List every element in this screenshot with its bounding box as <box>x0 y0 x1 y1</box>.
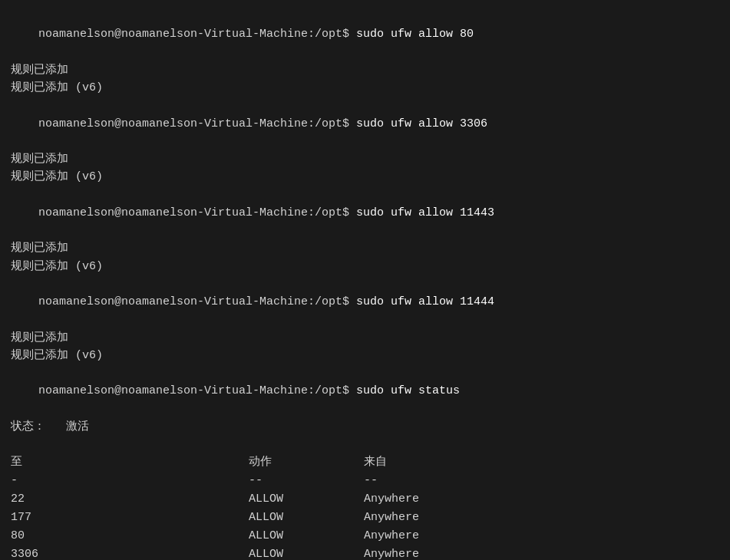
sep-to: - <box>11 472 249 490</box>
prompt-2: noamanelson@noamanelson-Virtual-Machine:… <box>38 117 356 130</box>
header-to: 至 <box>11 453 249 472</box>
cmd-line-2: noamanelson@noamanelson-Virtual-Machine:… <box>11 97 719 150</box>
output-4b: 规则已添加 (v6) <box>11 347 719 364</box>
cmd-line-5: noamanelson@noamanelson-Virtual-Machine:… <box>11 364 719 418</box>
row-from: Anywhere <box>364 527 419 545</box>
table-header: 至 动作 来自 <box>11 453 719 472</box>
cmd-line-1: noamanelson@noamanelson-Virtual-Machine:… <box>11 8 719 61</box>
header-action: 动作 <box>249 453 364 472</box>
row-action: ALLOW <box>249 490 364 509</box>
table-row: 22 ALLOW Anywhere <box>11 490 719 509</box>
sep-action: -- <box>249 472 364 490</box>
row-from: Anywhere <box>364 545 419 560</box>
row-from: Anywhere <box>364 509 419 527</box>
output-4a: 规则已添加 <box>11 329 719 347</box>
table-row: 3306 ALLOW Anywhere <box>11 545 719 560</box>
command-2: sudo ufw allow 3306 <box>356 117 487 130</box>
row-action: ALLOW <box>249 509 364 527</box>
table-separator: - -- -- <box>11 472 719 490</box>
row-action: ALLOW <box>249 527 364 545</box>
row-from: Anywhere <box>364 490 419 509</box>
table-row: 177 ALLOW Anywhere <box>11 509 719 527</box>
cmd-line-4: noamanelson@noamanelson-Virtual-Machine:… <box>11 275 719 329</box>
row-to: 22 <box>11 490 249 509</box>
output-1b: 规则已添加 (v6) <box>11 79 719 97</box>
row-action: ALLOW <box>249 545 364 560</box>
command-1: sudo ufw allow 80 <box>356 28 474 41</box>
output-3a: 规则已添加 <box>11 239 719 257</box>
output-1a: 规则已添加 <box>11 61 719 79</box>
table-row: 80 ALLOW Anywhere <box>11 527 719 545</box>
command-4: sudo ufw allow 11444 <box>356 295 494 308</box>
command-3: sudo ufw allow 11443 <box>356 206 494 219</box>
output-3b: 规则已添加 (v6) <box>11 258 719 275</box>
header-from: 来自 <box>364 453 387 472</box>
row-to: 80 <box>11 527 249 545</box>
prompt-3: noamanelson@noamanelson-Virtual-Machine:… <box>38 206 356 219</box>
sep-from: -- <box>364 472 378 490</box>
status-output: 状态： 激活 <box>11 418 719 436</box>
cmd-line-3: noamanelson@noamanelson-Virtual-Machine:… <box>11 186 719 240</box>
prompt-5: noamanelson@noamanelson-Virtual-Machine:… <box>38 384 356 397</box>
command-5: sudo ufw status <box>356 384 460 397</box>
prompt-4: noamanelson@noamanelson-Virtual-Machine:… <box>38 295 356 308</box>
prompt-1: noamanelson@noamanelson-Virtual-Machine:… <box>38 28 356 41</box>
blank-spacer <box>11 436 719 453</box>
row-to: 177 <box>11 509 249 527</box>
terminal: noamanelson@noamanelson-Virtual-Machine:… <box>0 0 730 560</box>
output-2a: 规则已添加 <box>11 150 719 168</box>
output-2b: 规则已添加 (v6) <box>11 168 719 186</box>
row-to: 3306 <box>11 545 249 560</box>
